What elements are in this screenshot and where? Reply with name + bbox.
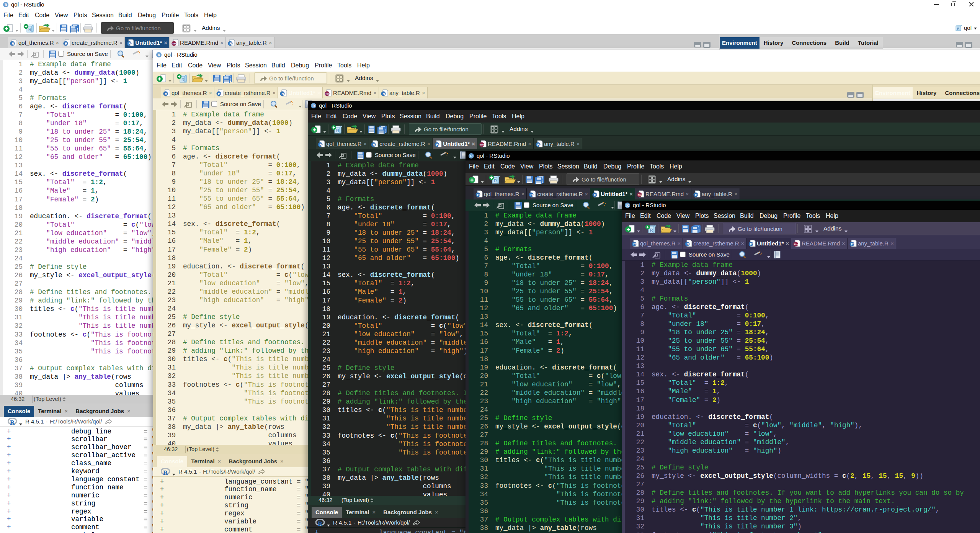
svg-text:R: R	[163, 469, 168, 476]
svg-text:R: R	[382, 92, 385, 96]
svg-text:R: R	[695, 193, 697, 197]
svg-text:R: R	[537, 142, 540, 147]
svg-text:R: R	[626, 203, 629, 208]
svg-text:R: R	[312, 104, 315, 108]
svg-text:R: R	[436, 142, 439, 147]
svg-text:Rmd: Rmd	[172, 43, 178, 45]
svg-text:R: R	[470, 154, 473, 158]
svg-text:R: R	[633, 242, 636, 246]
svg-text:R: R	[65, 41, 68, 46]
svg-text:R: R	[218, 92, 221, 96]
svg-text:R: R	[129, 41, 131, 46]
svg-text:R: R	[750, 242, 753, 246]
svg-text:R: R	[28, 27, 31, 32]
svg-text:R: R	[957, 27, 960, 31]
svg-text:R: R	[851, 242, 854, 246]
svg-text:R: R	[282, 92, 284, 96]
svg-text:Rmd: Rmd	[638, 194, 643, 196]
svg-text:R: R	[336, 128, 339, 133]
svg-text:R: R	[373, 142, 376, 147]
svg-text:R: R	[494, 178, 497, 183]
svg-text:R: R	[165, 92, 167, 96]
svg-text:R: R	[594, 193, 597, 197]
svg-text:Rmd: Rmd	[325, 93, 331, 95]
svg-text:Rmd: Rmd	[480, 144, 485, 146]
svg-text:R: R	[319, 142, 322, 147]
svg-text:R: R	[687, 242, 689, 246]
svg-text:R: R	[650, 228, 653, 232]
svg-text:R: R	[477, 193, 480, 197]
svg-text:R: R	[181, 77, 185, 82]
svg-text:R: R	[10, 419, 15, 425]
svg-text:R: R	[11, 41, 14, 46]
svg-text:Rmd: Rmd	[794, 243, 799, 245]
svg-text:R: R	[318, 520, 323, 526]
svg-text:R: R	[229, 41, 232, 46]
svg-text:R: R	[531, 193, 533, 197]
svg-text:R: R	[5, 3, 8, 7]
svg-text:R: R	[158, 53, 161, 57]
